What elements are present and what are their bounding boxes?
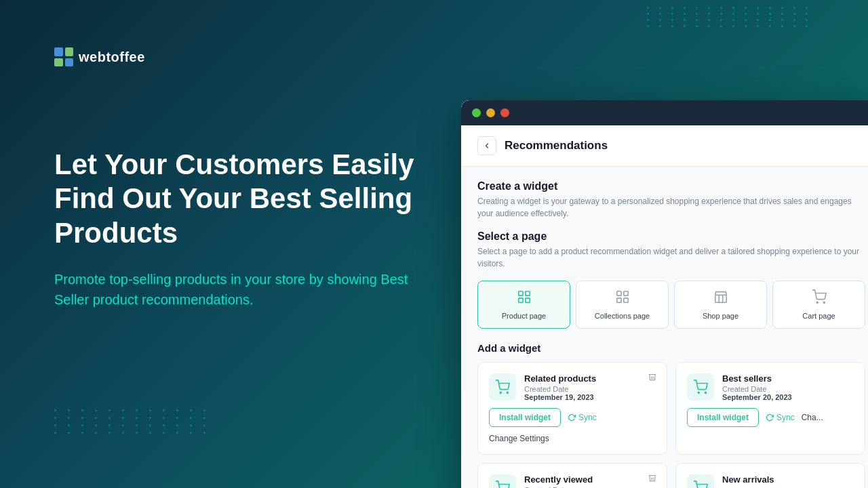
dot	[793, 19, 795, 21]
dot	[176, 409, 178, 411]
dot	[68, 432, 70, 434]
dot	[95, 424, 97, 426]
dot	[203, 409, 205, 411]
dot	[136, 424, 138, 426]
dot	[684, 19, 686, 21]
dot	[769, 13, 771, 15]
sync-best-sellers-button[interactable]: Sync	[766, 413, 795, 422]
page-card-collections[interactable]: Collections page	[576, 281, 669, 329]
dot	[696, 7, 698, 9]
dot	[659, 19, 661, 21]
dot	[671, 25, 673, 27]
widget-best-sellers-name: Best sellers	[722, 373, 854, 384]
dot	[95, 417, 97, 419]
dot	[81, 432, 83, 434]
page-card-product[interactable]: Product page	[477, 281, 570, 329]
dot	[108, 409, 111, 411]
page-title: Recommendations	[505, 139, 608, 152]
dot	[708, 25, 710, 27]
dot	[54, 424, 56, 426]
dot	[163, 424, 165, 426]
dot	[732, 13, 734, 15]
change-settings-best-sellers-button[interactable]: Cha...	[802, 413, 823, 422]
svg-point-11	[500, 392, 501, 393]
widget-card-new-arrivals: New arrivals Our widgets are pre-configu…	[675, 463, 865, 488]
svg-rect-0	[518, 291, 522, 296]
collections-page-icon	[615, 289, 630, 308]
install-widget-best-sellers-button[interactable]: Install widget	[687, 408, 759, 427]
svg-rect-7	[623, 298, 627, 302]
dot	[149, 409, 151, 411]
dot	[684, 13, 686, 15]
dot	[203, 432, 205, 434]
page-selector: Product page Collections page	[477, 281, 865, 329]
dot	[647, 19, 649, 21]
dot	[732, 25, 734, 27]
widget-related-date-value: September 19, 2023	[524, 393, 656, 401]
dot	[68, 409, 70, 411]
traffic-light-red	[500, 108, 509, 117]
widget-card-best-sellers: Best sellers Created Date September 20, …	[675, 362, 865, 455]
dot	[745, 13, 747, 15]
browser-content: Recommendations Create a widget Creating…	[461, 125, 868, 488]
page-card-cart[interactable]: Cart page	[772, 281, 865, 329]
dot	[108, 424, 111, 426]
select-page-title: Select a page	[477, 230, 865, 243]
dot	[108, 432, 111, 434]
logo: webtoffee	[54, 47, 427, 66]
cart-page-icon	[812, 289, 827, 308]
widget-card-related: Related products Created Date September …	[477, 362, 667, 455]
create-widget-title: Create a widget	[477, 180, 865, 192]
dot	[781, 25, 783, 27]
dot	[708, 19, 710, 21]
dot	[122, 417, 124, 419]
dot	[793, 25, 795, 27]
widget-recently-viewed-icon-wrap	[489, 474, 516, 488]
dot	[149, 417, 151, 419]
dot	[203, 424, 205, 426]
change-settings-related-button[interactable]: Change Settings	[489, 434, 549, 443]
dot	[81, 417, 83, 419]
page-card-product-label: Product page	[502, 312, 546, 320]
subheadline: Promote top-selling products in your sto…	[54, 269, 427, 310]
page-card-shop[interactable]: Shop page	[674, 281, 767, 329]
widget-recently-viewed-info: Recently viewed Created Date September 2…	[524, 474, 656, 488]
dot	[190, 432, 192, 434]
dot	[108, 417, 111, 419]
widget-related-header: Related products Created Date September …	[489, 373, 656, 401]
dot	[732, 19, 734, 21]
dot	[696, 13, 698, 15]
back-button[interactable]	[477, 136, 496, 155]
widget-recently-viewed-delete[interactable]	[648, 473, 657, 485]
dot	[732, 7, 734, 9]
widget-best-sellers-icon-wrap	[687, 373, 714, 401]
widget-grid: Related products Created Date September …	[477, 362, 865, 488]
dot	[806, 25, 808, 27]
install-widget-related-button[interactable]: Install widget	[489, 408, 561, 427]
dots-decoration-top: // rendered below	[647, 7, 814, 27]
dot	[95, 432, 97, 434]
widget-new-arrivals-name: New arrivals	[722, 474, 854, 485]
widget-best-sellers-date-value: September 20, 2023	[722, 393, 854, 401]
widget-best-sellers-header: Best sellers Created Date September 20, …	[687, 373, 854, 401]
dot	[163, 409, 165, 411]
dot	[54, 417, 56, 419]
svg-rect-5	[623, 291, 627, 296]
dot	[745, 7, 747, 9]
dot	[81, 424, 83, 426]
dot	[745, 25, 747, 27]
dot	[806, 7, 808, 9]
dot	[95, 409, 97, 411]
dot	[659, 13, 661, 15]
widget-related-name: Related products	[524, 373, 656, 384]
widget-card-recently-viewed: Recently viewed Created Date September 2…	[477, 463, 667, 488]
svg-rect-2	[518, 298, 522, 302]
widget-related-delete[interactable]	[648, 372, 657, 384]
svg-point-10	[823, 302, 825, 303]
dot	[769, 25, 771, 27]
dot	[769, 7, 771, 9]
widget-related-info: Related products Created Date September …	[524, 373, 656, 401]
app-body: Create a widget Creating a widget is you…	[461, 167, 868, 488]
page-card-collections-label: Collections page	[595, 312, 650, 320]
sync-related-button[interactable]: Sync	[568, 413, 597, 422]
